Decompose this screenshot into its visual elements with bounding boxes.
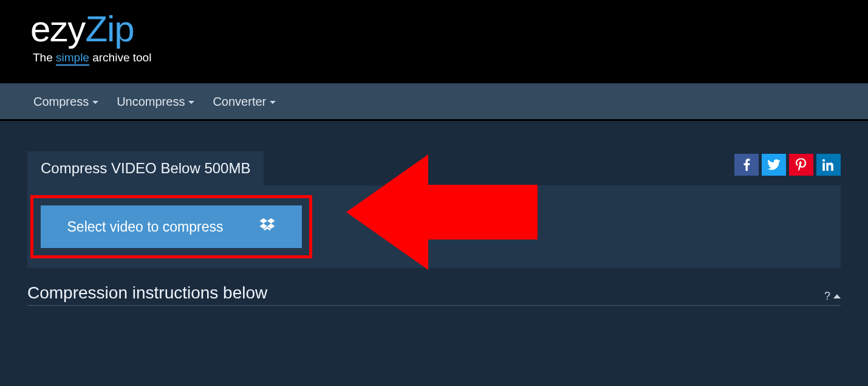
nav-label: Compress [33, 95, 89, 109]
nav-label: Uncompress [117, 95, 185, 109]
chevron-down-icon [270, 101, 276, 104]
share-twitter-button[interactable] [762, 154, 786, 176]
share-pinterest-button[interactable] [789, 154, 813, 176]
header: ezyZip The simple archive tool [0, 0, 868, 83]
pinterest-icon [796, 158, 807, 171]
page-body: Compress VIDEO Below 500MB Select video … [0, 121, 868, 306]
instructions-toggle[interactable]: ? [824, 290, 841, 303]
logo-part2: Zip [85, 9, 134, 49]
share-facebook-button[interactable] [734, 154, 759, 176]
select-video-button[interactable]: Select video to compress [41, 205, 302, 248]
nav-label: Converter [213, 95, 266, 109]
tagline-post: archive tool [89, 51, 151, 64]
instructions-header-row: Compression instructions below ? [27, 283, 841, 306]
nav-converter[interactable]: Converter [213, 95, 276, 109]
instructions-heading: Compression instructions below [27, 283, 267, 303]
dropbox-icon [259, 218, 275, 235]
facebook-icon [743, 159, 750, 171]
navbar: Compress Uncompress Converter [0, 83, 868, 121]
top-row: Compress VIDEO Below 500MB [27, 151, 841, 185]
share-buttons [734, 154, 841, 176]
chevron-up-icon [833, 294, 841, 298]
chevron-down-icon [92, 101, 98, 104]
help-symbol: ? [824, 290, 830, 303]
chevron-down-icon [188, 101, 194, 104]
tagline-emphasis: simple [56, 51, 89, 66]
upload-panel: Select video to compress [27, 185, 841, 268]
twitter-icon [767, 159, 781, 170]
nav-uncompress[interactable]: Uncompress [117, 95, 194, 109]
nav-compress[interactable]: Compress [33, 95, 98, 109]
share-linkedin-button[interactable] [816, 154, 841, 176]
tagline-pre: The [33, 51, 56, 64]
logo[interactable]: ezyZip [30, 11, 868, 47]
logo-part1: ezy [30, 9, 85, 49]
page-title-tab: Compress VIDEO Below 500MB [27, 151, 264, 185]
select-video-label: Select video to compress [67, 219, 224, 235]
annotation-highlight-box: Select video to compress [30, 195, 312, 258]
linkedin-icon [822, 159, 835, 171]
tagline: The simple archive tool [33, 51, 868, 64]
